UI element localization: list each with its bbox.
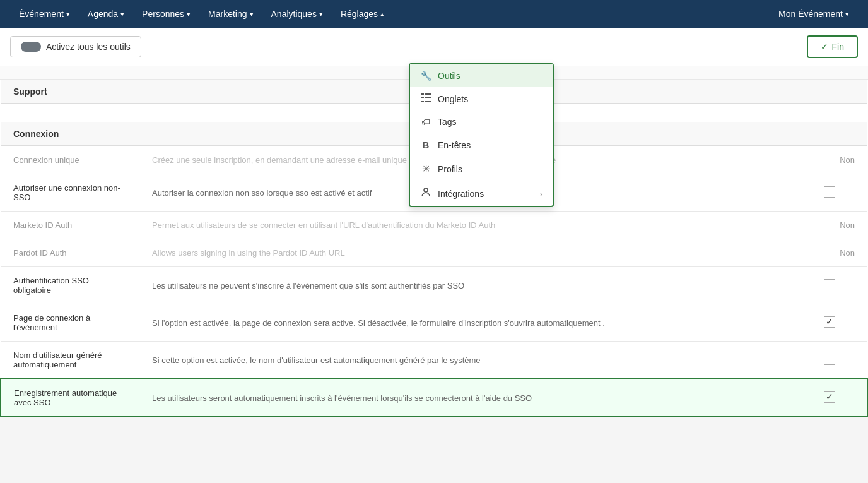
chevron-up-icon: ▴: [380, 10, 384, 18]
setting-status-marketo-id-auth: Non: [792, 212, 867, 239]
svg-rect-1: [425, 93, 431, 95]
toggle-icon: [21, 42, 41, 52]
nav-item-agenda[interactable]: Agenda ▾: [79, 0, 133, 28]
chevron-down-icon: ▾: [187, 10, 191, 18]
setting-name-pardot-id-auth: Pardot ID Auth: [1, 239, 139, 267]
main-content: Activez tous les outils ✓ Fin 🔧 Outils: [0, 28, 868, 417]
dropdown-item-outils[interactable]: 🔧 Outils: [410, 64, 553, 87]
setting-desc-pardot-id-auth: Allows users signing in using the Pardot…: [139, 239, 792, 267]
setting-action-auth-sso-obligatoire[interactable]: [792, 267, 867, 304]
list-icon: [420, 93, 431, 104]
bold-icon: B: [420, 140, 431, 150]
nav-item-analytiques[interactable]: Analytiques ▾: [262, 0, 332, 28]
table-row-enregistrement-auto-sso: Enregistrement automatique avec SSO Les …: [1, 379, 867, 417]
reglages-dropdown-menu: 🔧 Outils Onglets 🏷 Tags B En-têtes: [409, 63, 554, 207]
checkbox-page-connexion[interactable]: [824, 316, 835, 328]
asterisk-icon: ✳: [420, 163, 431, 175]
check-icon: ✓: [821, 42, 828, 52]
setting-desc-marketo-id-auth: Permet aux utilisateurs de se connecter …: [139, 212, 792, 239]
setting-name-page-connexion: Page de connexion à l'événement: [1, 304, 139, 342]
setting-status-pardot-id-auth: Non: [792, 239, 867, 267]
nav-item-mon-evenement[interactable]: Mon Événement ▾: [770, 0, 858, 28]
checkbox-nom-utilisateur[interactable]: [824, 354, 835, 365]
setting-name-auth-sso-obligatoire: Authentification SSO obligatoire: [1, 267, 139, 304]
person-icon: [420, 188, 431, 200]
table-row-nom-utilisateur: Nom d'utilisateur généré automatiquement…: [1, 342, 867, 379]
dropdown-item-onglets[interactable]: Onglets: [410, 87, 553, 110]
svg-point-6: [424, 188, 428, 192]
setting-desc-enregistrement-auto-sso: Les utilisateurs seront automatiquement …: [139, 379, 792, 417]
setting-name-connexion-unique: Connexion unique: [1, 146, 139, 174]
chevron-down-icon: ▾: [66, 10, 70, 18]
setting-status-connexion-unique: Non: [792, 146, 867, 174]
nav-item-personnes[interactable]: Personnes ▾: [133, 0, 199, 28]
checkbox-autoriser-non-sso[interactable]: [824, 186, 835, 198]
top-navigation: Événement ▾ Agenda ▾ Personnes ▾ Marketi…: [0, 0, 868, 28]
nav-item-reglages[interactable]: Réglages ▴: [332, 0, 393, 28]
activate-all-tools-button[interactable]: Activez tous les outils: [10, 36, 141, 57]
table-row-auth-sso-obligatoire: Authentification SSO obligatoire Les uti…: [1, 267, 867, 304]
tag-icon: 🏷: [420, 117, 431, 127]
wrench-icon: 🔧: [420, 71, 431, 81]
setting-action-nom-utilisateur[interactable]: [792, 342, 867, 379]
setting-name-enregistrement-auto-sso: Enregistrement automatique avec SSO: [1, 379, 139, 417]
svg-rect-3: [425, 97, 431, 98]
setting-name-autoriser-non-sso: Autoriser une connexion non-SSO: [1, 174, 139, 212]
nav-item-evenement[interactable]: Événement ▾: [10, 0, 79, 28]
svg-rect-0: [421, 93, 424, 95]
svg-rect-5: [425, 101, 431, 102]
checkbox-auth-sso-obligatoire[interactable]: [824, 279, 835, 290]
chevron-down-icon: ▾: [845, 10, 849, 18]
setting-action-enregistrement-auto-sso[interactable]: [792, 379, 867, 417]
nav-item-marketing[interactable]: Marketing ▾: [199, 0, 262, 28]
chevron-down-icon: ▾: [120, 10, 124, 18]
setting-name-nom-utilisateur: Nom d'utilisateur généré automatiquement: [1, 342, 139, 379]
svg-rect-2: [421, 97, 424, 98]
chevron-right-icon: ›: [539, 189, 542, 199]
chevron-down-icon: ▾: [319, 10, 323, 18]
chevron-down-icon: ▾: [250, 10, 254, 18]
setting-desc-auth-sso-obligatoire: Les utilisateurs ne peuvent s'inscrire à…: [139, 267, 792, 304]
table-row-marketo-id-auth: Marketo ID Auth Permet aux utilisateurs …: [1, 212, 867, 239]
setting-action-autoriser-non-sso[interactable]: [792, 174, 867, 212]
dropdown-item-en-tetes[interactable]: B En-têtes: [410, 133, 553, 157]
dropdown-item-integrations[interactable]: Intégrations ›: [410, 181, 553, 206]
toolbar-row: Activez tous les outils ✓ Fin: [0, 28, 868, 66]
checkbox-enregistrement-auto-sso[interactable]: [824, 391, 835, 403]
setting-desc-page-connexion: Si l'option est activée, la page de conn…: [139, 304, 792, 342]
fin-button[interactable]: ✓ Fin: [807, 35, 858, 58]
svg-rect-4: [421, 101, 424, 102]
table-row-pardot-id-auth: Pardot ID Auth Allows users signing in u…: [1, 239, 867, 267]
table-row-page-connexion: Page de connexion à l'événement Si l'opt…: [1, 304, 867, 342]
dropdown-item-tags[interactable]: 🏷 Tags: [410, 110, 553, 133]
setting-action-page-connexion[interactable]: [792, 304, 867, 342]
setting-name-marketo-id-auth: Marketo ID Auth: [1, 212, 139, 239]
setting-desc-nom-utilisateur: Si cette option est activée, le nom d'ut…: [139, 342, 792, 379]
dropdown-item-profils[interactable]: ✳ Profils: [410, 157, 553, 181]
